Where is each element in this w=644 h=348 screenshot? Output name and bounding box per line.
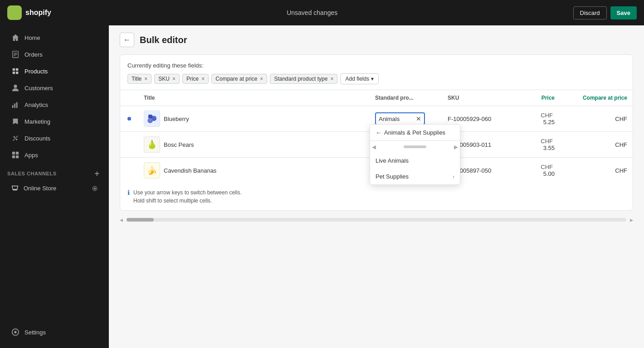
price-cell-cavendish: CHF 5.00: [524, 158, 560, 184]
field-tag-price: Price ×: [182, 74, 209, 84]
scrollbar-track: [127, 218, 626, 222]
dropdown-menu: ← Animals & Pet Supplies ◂ ▸: [370, 124, 460, 185]
sidebar-item-discounts[interactable]: Discounts: [4, 130, 105, 146]
online-store-icon: [11, 184, 19, 192]
content-area: ← Bulk editor Currently editing these fi…: [109, 25, 644, 348]
svg-rect-11: [12, 152, 15, 155]
scrollbar-thumb: [127, 218, 154, 222]
discard-button[interactable]: Discard: [573, 6, 607, 19]
home-icon: [11, 33, 20, 42]
scroll-right-page-button[interactable]: ▸: [630, 216, 633, 223]
col-title: Title: [138, 90, 370, 106]
product-title-cell: 🫐 Blueberry: [138, 106, 370, 132]
dropdown-back-button[interactable]: ← Animals & Pet Supplies: [370, 125, 460, 141]
marketing-icon: [11, 117, 20, 126]
compare-price-cell-cavendish[interactable]: CHF: [560, 158, 633, 184]
logo-text: shopify: [25, 9, 51, 17]
remove-price-tag[interactable]: ×: [201, 76, 205, 82]
field-tag-standard-type-label: Standard product type: [274, 76, 327, 82]
table-container: Title Standard pro... SKU Price: [120, 90, 633, 210]
field-tag-standard-type: Standard product type ×: [270, 74, 337, 84]
sidebar-item-analytics[interactable]: Analytics: [4, 97, 105, 113]
customers-icon: [11, 83, 20, 92]
field-tag-price-label: Price: [186, 76, 199, 82]
fields-label: Currently editing these fields:: [127, 62, 625, 69]
save-button[interactable]: Save: [610, 6, 637, 19]
sidebar-item-settings[interactable]: Settings: [4, 324, 105, 340]
sidebar-item-orders[interactable]: Orders: [4, 46, 105, 63]
sidebar-item-home[interactable]: Home: [4, 29, 105, 46]
analytics-icon: [11, 100, 20, 109]
sidebar-item-marketing[interactable]: Marketing: [4, 113, 105, 130]
clear-type-button[interactable]: ✕: [416, 115, 421, 122]
tooltip-info-icon: ℹ: [127, 189, 130, 196]
col-indicator: [120, 90, 138, 106]
sidebar-label-apps: Apps: [24, 152, 38, 159]
remove-title-tag[interactable]: ×: [144, 76, 147, 82]
add-fields-button[interactable]: Add fields ▾: [340, 73, 379, 84]
field-tag-compare-price: Compare at price ×: [211, 74, 267, 84]
product-title-cell: 🍐 Bosc Pears: [138, 132, 370, 158]
sidebar: Home Orders Products Custo: [0, 25, 109, 348]
row-indicator-cell: [120, 132, 138, 158]
tooltip-area: ℹ Use your arrow keys to switch between …: [120, 183, 633, 210]
field-tag-title-label: Title: [132, 76, 141, 82]
standard-type-cell-blueberry[interactable]: Animals ✕ ← Animals & Pet Supplies: [370, 106, 442, 132]
svg-point-4: [14, 85, 17, 88]
sidebar-item-online-store[interactable]: Online Store: [4, 180, 105, 196]
sidebar-item-products[interactable]: Products: [4, 63, 105, 79]
fields-section: Currently editing these fields: Title × …: [120, 55, 633, 90]
sidebar-label-discounts: Discounts: [24, 135, 50, 142]
standard-type-value: Animals: [379, 116, 414, 122]
add-fields-label: Add fields: [345, 76, 369, 82]
sidebar-label-customers: Customers: [24, 85, 53, 92]
topbar-actions: Discard Save: [573, 6, 637, 19]
horizontal-scrollbar[interactable]: ◂ ▸: [109, 214, 644, 225]
col-standard-pro: Standard pro...: [370, 90, 442, 106]
chevron-right-icon: ›: [453, 174, 454, 180]
scroll-left-page-button[interactable]: ◂: [120, 216, 123, 223]
svg-rect-13: [12, 155, 15, 158]
field-tag-sku-label: SKU: [158, 76, 170, 82]
add-sales-channel-button[interactable]: +: [93, 169, 102, 178]
svg-rect-7: [16, 102, 18, 108]
sidebar-label-home: Home: [24, 34, 40, 41]
remove-standard-type-tag[interactable]: ×: [330, 76, 333, 82]
sidebar-item-customers[interactable]: Customers: [4, 80, 105, 96]
online-store-gear-icon[interactable]: [92, 184, 98, 192]
page-header: ← Bulk editor: [109, 25, 644, 51]
orders-icon: [11, 50, 20, 59]
sidebar-bottom: Settings: [0, 320, 109, 348]
dropdown-item-pet-supplies[interactable]: Pet Supplies ›: [370, 169, 460, 184]
bulk-editor-card: Currently editing these fields: Title × …: [120, 54, 633, 211]
remove-sku-tag[interactable]: ×: [172, 76, 176, 82]
svg-point-8: [14, 136, 15, 138]
products-icon: [11, 67, 20, 76]
remove-compare-price-tag[interactable]: ×: [260, 76, 263, 82]
page-title: Bulk editor: [140, 35, 187, 45]
standard-type-input[interactable]: Animals ✕: [375, 112, 425, 125]
logo: shopify: [7, 5, 51, 20]
back-button[interactable]: ←: [120, 33, 134, 47]
compare-price-cell-blueberry[interactable]: CHF: [560, 106, 633, 132]
scroll-right-button[interactable]: ▸: [454, 142, 458, 152]
price-cell-blueberry: CHF 5.25: [524, 106, 560, 132]
table-header-row: Title Standard pro... SKU Price: [120, 90, 633, 106]
topbar: shopify Unsaved changes Discard Save: [0, 0, 644, 25]
field-tag-compare-price-label: Compare at price: [215, 76, 257, 82]
compare-price-cell-bosc[interactable]: CHF: [560, 132, 633, 158]
scroll-left-button[interactable]: ◂: [372, 142, 376, 152]
col-sku: SKU: [442, 90, 524, 106]
add-fields-chevron: ▾: [371, 76, 374, 82]
product-name-cavendish: Cavendish Bananas: [164, 167, 216, 174]
dropdown-item-live-animals[interactable]: Live Animals: [370, 153, 460, 169]
svg-point-9: [16, 139, 18, 140]
bulk-table: Title Standard pro... SKU Price: [120, 90, 633, 183]
col-compare-at-price: Compare at price: [560, 90, 633, 106]
row-dot-indicator: [127, 117, 131, 121]
price-cell-bosc: CHF 3.55: [524, 132, 560, 158]
dropdown-scroll[interactable]: ◂ ▸ Live Animals Pet Suppli: [370, 141, 460, 184]
sidebar-item-apps[interactable]: Apps: [4, 147, 105, 163]
product-thumb-cavendish: 🍌: [144, 162, 160, 179]
product-thumb-blueberry: 🫐: [144, 111, 160, 127]
